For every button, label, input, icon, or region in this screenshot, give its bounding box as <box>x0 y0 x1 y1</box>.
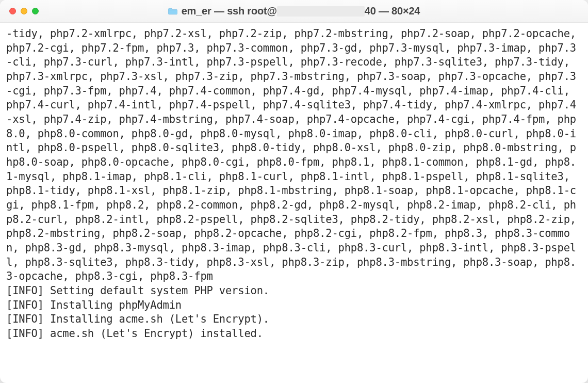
title-prefix: em_er — ssh root@ <box>182 5 277 17</box>
close-window-button[interactable] <box>9 8 16 14</box>
folder-icon <box>168 7 177 15</box>
terminal-output[interactable]: -tidy, php7.2-xmlrpc, php7.2-xsl, php7.2… <box>0 23 588 383</box>
terminal-window: em_er — ssh root@40 — 80×24 -tidy, php7.… <box>0 0 588 383</box>
window-title-text: em_er — ssh root@40 — 80×24 <box>182 5 420 17</box>
window-title: em_er — ssh root@40 — 80×24 <box>0 5 588 17</box>
zoom-window-button[interactable] <box>32 8 39 14</box>
minimize-window-button[interactable] <box>21 8 27 14</box>
titlebar[interactable]: em_er — ssh root@40 — 80×24 <box>0 0 588 23</box>
redacted-host <box>277 6 365 17</box>
title-suffix: 40 — 80×24 <box>365 5 420 17</box>
traffic-lights <box>9 8 39 14</box>
